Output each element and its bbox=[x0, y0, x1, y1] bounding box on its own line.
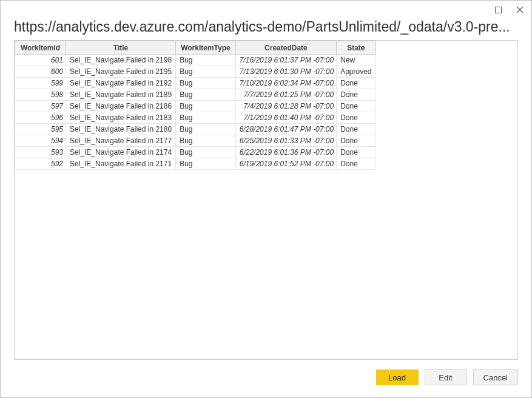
close-icon[interactable] bbox=[516, 5, 524, 14]
cell-workitemtype: Bug bbox=[176, 147, 236, 158]
cell-createddate: 7/10/2019 6:02:34 PM -07:00 bbox=[235, 78, 336, 89]
cell-title: Sel_IE_Navigate Failed in 2195 bbox=[66, 66, 176, 78]
cell-workitemid: 593 bbox=[15, 147, 66, 158]
load-button[interactable]: Load bbox=[376, 369, 419, 385]
cell-createddate: 7/7/2019 6:01:25 PM -07:00 bbox=[235, 89, 336, 101]
cell-workitemtype: Bug bbox=[176, 158, 236, 170]
table-row[interactable]: 599Sel_IE_Navigate Failed in 2192Bug7/10… bbox=[15, 78, 376, 89]
dialog-header: https://analytics.dev.azure.com/analytic… bbox=[1, 19, 531, 40]
cell-workitemid: 592 bbox=[15, 158, 66, 170]
cell-createddate: 7/16/2019 6:01:37 PM -07:00 bbox=[235, 55, 336, 66]
col-header-workitemid[interactable]: WorkItemId bbox=[15, 41, 66, 55]
cell-workitemid: 597 bbox=[15, 101, 66, 112]
cell-workitemtype: Bug bbox=[176, 101, 236, 112]
table-row[interactable]: 598Sel_IE_Navigate Failed in 2189Bug7/7/… bbox=[15, 89, 376, 101]
cell-workitemid: 599 bbox=[15, 78, 66, 89]
table-row[interactable]: 600Sel_IE_Navigate Failed in 2195Bug7/13… bbox=[15, 66, 376, 78]
cell-createddate: 7/4/2019 6:01:28 PM -07:00 bbox=[235, 101, 336, 112]
cell-state: Done bbox=[337, 112, 375, 124]
cell-title: Sel_IE_Navigate Failed in 2192 bbox=[66, 78, 176, 89]
cell-createddate: 6/19/2019 6:01:52 PM -07:00 bbox=[235, 158, 336, 170]
cell-workitemtype: Bug bbox=[176, 112, 236, 124]
preview-pane[interactable]: WorkItemId Title WorkItemType CreatedDat… bbox=[14, 40, 518, 360]
table-row[interactable]: 597Sel_IE_Navigate Failed in 2186Bug7/4/… bbox=[15, 101, 376, 112]
cell-workitemtype: Bug bbox=[176, 55, 236, 66]
cell-title: Sel_IE_Navigate Failed in 2171 bbox=[66, 158, 176, 170]
dialog-window: https://analytics.dev.azure.com/analytic… bbox=[0, 0, 532, 398]
cell-workitemtype: Bug bbox=[176, 66, 236, 78]
edit-button[interactable]: Edit bbox=[425, 369, 467, 385]
data-table: WorkItemId Title WorkItemType CreatedDat… bbox=[15, 41, 376, 170]
cell-createddate: 7/13/2019 6:01:30 PM -07:00 bbox=[235, 66, 336, 78]
cell-workitemtype: Bug bbox=[176, 78, 236, 89]
table-row[interactable]: 595Sel_IE_Navigate Failed in 2180Bug6/28… bbox=[15, 124, 376, 135]
cell-workitemtype: Bug bbox=[176, 89, 236, 101]
col-header-state[interactable]: State bbox=[337, 41, 375, 55]
svg-rect-0 bbox=[495, 7, 501, 13]
dialog-title: https://analytics.dev.azure.com/analytic… bbox=[14, 19, 518, 35]
cell-state: Done bbox=[337, 78, 375, 89]
cell-createddate: 6/25/2019 6:01:33 PM -07:00 bbox=[235, 135, 336, 147]
cell-title: Sel_IE_Navigate Failed in 2183 bbox=[66, 112, 176, 124]
cell-state: Done bbox=[337, 124, 375, 135]
cell-workitemid: 596 bbox=[15, 112, 66, 124]
cell-state: New bbox=[337, 55, 375, 66]
cell-title: Sel_IE_Navigate Failed in 2177 bbox=[66, 135, 176, 147]
cell-title: Sel_IE_Navigate Failed in 2198 bbox=[66, 55, 176, 66]
table-header-row: WorkItemId Title WorkItemType CreatedDat… bbox=[15, 41, 376, 55]
cell-createddate: 7/1/2019 6:01:40 PM -07:00 bbox=[235, 112, 336, 124]
cell-title: Sel_IE_Navigate Failed in 2180 bbox=[66, 124, 176, 135]
cell-state: Done bbox=[337, 147, 375, 158]
cancel-button[interactable]: Cancel bbox=[473, 369, 518, 385]
cell-workitemtype: Bug bbox=[176, 135, 236, 147]
col-header-title[interactable]: Title bbox=[66, 41, 176, 55]
table-row[interactable]: 596Sel_IE_Navigate Failed in 2183Bug7/1/… bbox=[15, 112, 376, 124]
cell-title: Sel_IE_Navigate Failed in 2189 bbox=[66, 89, 176, 101]
table-row[interactable]: 594Sel_IE_Navigate Failed in 2177Bug6/25… bbox=[15, 135, 376, 147]
cell-workitemtype: Bug bbox=[176, 124, 236, 135]
cell-title: Sel_IE_Navigate Failed in 2186 bbox=[66, 101, 176, 112]
cell-createddate: 6/22/2019 6:01:36 PM -07:00 bbox=[235, 147, 336, 158]
cell-workitemid: 594 bbox=[15, 135, 66, 147]
cell-title: Sel_IE_Navigate Failed in 2174 bbox=[66, 147, 176, 158]
cell-state: Approved bbox=[337, 66, 375, 78]
dialog-footer: Load Edit Cancel bbox=[1, 367, 531, 397]
cell-workitemid: 595 bbox=[15, 124, 66, 135]
cell-workitemid: 600 bbox=[15, 66, 66, 78]
cell-createddate: 6/28/2019 6:01:47 PM -07:00 bbox=[235, 124, 336, 135]
maximize-icon[interactable] bbox=[494, 5, 502, 14]
table-row[interactable]: 601Sel_IE_Navigate Failed in 2198Bug7/16… bbox=[15, 55, 376, 66]
cell-state: Done bbox=[337, 89, 375, 101]
cell-workitemid: 598 bbox=[15, 89, 66, 101]
table-row[interactable]: 592Sel_IE_Navigate Failed in 2171Bug6/19… bbox=[15, 158, 376, 170]
table-row[interactable]: 593Sel_IE_Navigate Failed in 2174Bug6/22… bbox=[15, 147, 376, 158]
col-header-createddate[interactable]: CreatedDate bbox=[235, 41, 336, 55]
cell-workitemid: 601 bbox=[15, 55, 66, 66]
col-header-workitemtype[interactable]: WorkItemType bbox=[176, 41, 236, 55]
cell-state: Done bbox=[337, 135, 375, 147]
cell-state: Done bbox=[337, 158, 375, 170]
cell-state: Done bbox=[337, 101, 375, 112]
titlebar bbox=[1, 1, 531, 19]
